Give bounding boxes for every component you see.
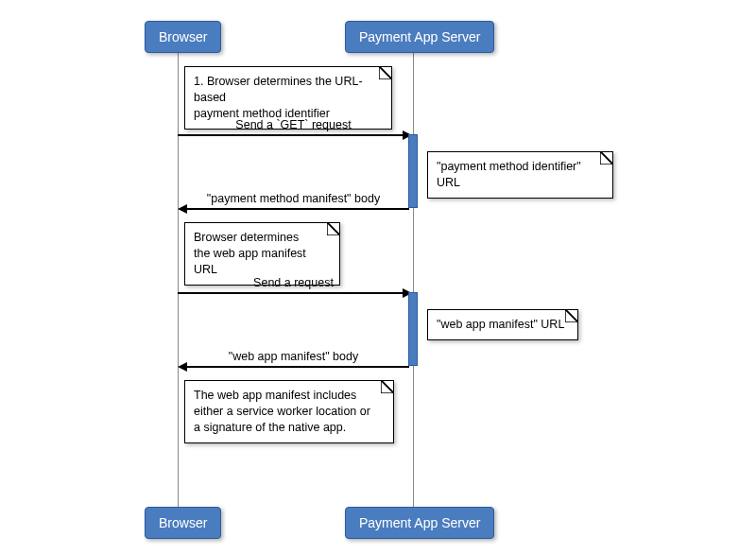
activation-server-2 (408, 292, 418, 366)
note-line: "payment method identifier" URL (437, 160, 581, 189)
note-wam-contents: The web app manifest includes either a s… (184, 380, 394, 443)
arrow-left-icon (178, 204, 187, 214)
arrow-left-icon (178, 362, 187, 372)
message-get-request-line (178, 134, 404, 136)
note-line: either a service worker location or (194, 404, 385, 420)
note-line: a signature of the native app. (194, 420, 385, 436)
note-line: "web app manifest" URL (437, 318, 564, 331)
message-pmm-body-label: "payment method manifest" body (178, 192, 409, 205)
note-line: 1. Browser determines the URL-based (194, 74, 383, 106)
message-pmm-body-line (187, 208, 409, 210)
participant-server-bottom: Payment App Server (345, 507, 494, 539)
message-send-request-line (178, 292, 404, 294)
participant-browser-bottom: Browser (145, 507, 221, 539)
participant-label: Payment App Server (359, 515, 480, 530)
note-wam-url: "web app manifest" URL (427, 309, 578, 340)
note-line: the web app manifest URL (194, 246, 331, 278)
note-line: Browser determines (194, 230, 331, 246)
note-line: The web app manifest includes (194, 388, 385, 404)
participant-label: Browser (159, 515, 207, 530)
message-send-request-label: Send a request (178, 276, 409, 289)
activation-server-1 (408, 134, 418, 208)
message-wam-body-label: "web app manifest" body (178, 350, 409, 363)
participant-label: Browser (159, 29, 207, 44)
participant-label: Payment App Server (359, 29, 480, 44)
participant-browser-top: Browser (145, 21, 221, 53)
participant-server-top: Payment App Server (345, 21, 494, 53)
message-get-request-label: Send a `GET` request (178, 118, 409, 131)
note-pmi-url: "payment method identifier" URL (427, 151, 613, 199)
message-wam-body-line (187, 366, 409, 368)
lifeline-server (413, 53, 414, 507)
